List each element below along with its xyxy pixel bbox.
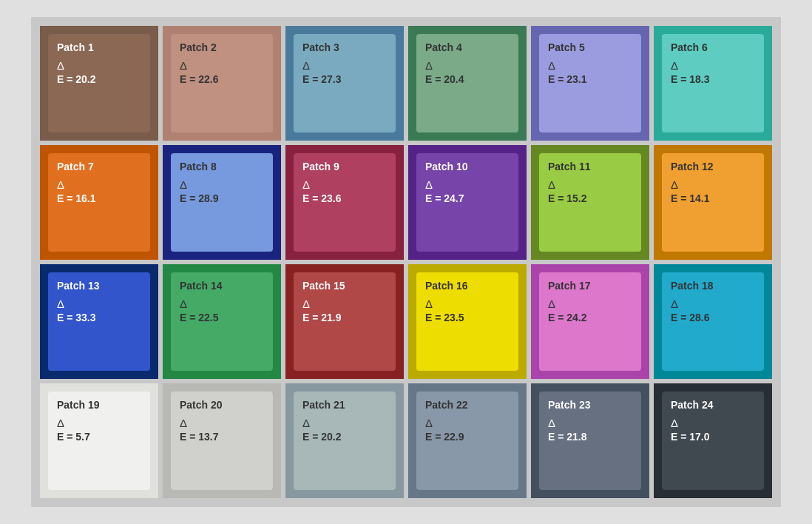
patch-e-value-23: E = 21.8: [548, 431, 632, 443]
patch-title-16: Patch 16: [425, 280, 510, 292]
patch-card-24: Patch 24ΔE = 17.0: [662, 392, 764, 490]
patch-title-9: Patch 9: [302, 161, 387, 172]
patch-title-24: Patch 24: [671, 399, 755, 411]
patch-card-21: Patch 21ΔE = 20.2: [294, 392, 396, 490]
patch-e-value-9: E = 23.6: [302, 192, 387, 204]
patch-card-11: Patch 11ΔE = 15.2: [539, 153, 641, 252]
patch-title-17: Patch 17: [548, 280, 632, 292]
patch-title-7: Patch 7: [57, 161, 141, 172]
cell-outer-21: Patch 21ΔE = 20.2: [285, 383, 404, 498]
cell-outer-17: Patch 17ΔE = 24.2: [531, 264, 649, 379]
cell-outer-16: Patch 16ΔE = 23.5: [408, 264, 527, 379]
patch-delta-18: Δ: [671, 298, 755, 310]
cell-outer-13: Patch 13ΔE = 33.3: [40, 264, 158, 379]
patch-delta-13: Δ: [57, 298, 141, 310]
patch-delta-5: Δ: [548, 59, 632, 72]
patch-e-value-14: E = 22.5: [180, 312, 264, 323]
patch-card-15: Patch 15ΔE = 21.9: [294, 272, 396, 371]
patch-e-value-17: E = 24.2: [548, 312, 632, 323]
patch-e-value-20: E = 13.7: [180, 431, 264, 443]
patch-e-value-22: E = 22.9: [425, 431, 510, 443]
patch-title-10: Patch 10: [425, 161, 510, 172]
patch-e-value-24: E = 17.0: [671, 431, 755, 443]
patch-delta-2: Δ: [180, 59, 264, 72]
patch-e-value-6: E = 18.3: [671, 73, 755, 85]
patch-e-value-21: E = 20.2: [302, 431, 387, 443]
patch-e-value-16: E = 23.5: [425, 312, 510, 323]
cell-outer-2: Patch 2ΔE = 22.6: [163, 26, 281, 141]
patch-title-18: Patch 18: [671, 280, 755, 292]
patch-title-3: Patch 3: [302, 41, 387, 53]
patch-e-value-18: E = 28.6: [671, 312, 755, 323]
cell-outer-12: Patch 12ΔE = 14.1: [654, 145, 772, 260]
patch-title-13: Patch 13: [57, 280, 141, 292]
patch-card-4: Patch 4ΔE = 20.4: [416, 34, 518, 132]
cell-outer-24: Patch 24ΔE = 17.0: [654, 383, 772, 498]
patch-e-value-1: E = 20.2: [57, 73, 141, 85]
cell-outer-15: Patch 15ΔE = 21.9: [285, 264, 404, 379]
patch-title-21: Patch 21: [302, 399, 387, 411]
patch-e-value-15: E = 21.9: [302, 312, 387, 323]
patch-title-19: Patch 19: [57, 399, 141, 411]
cell-outer-23: Patch 23ΔE = 21.8: [531, 383, 649, 498]
patch-title-14: Patch 14: [180, 280, 264, 292]
patch-card-1: Patch 1ΔE = 20.2: [48, 34, 150, 132]
cell-outer-19: Patch 19ΔE = 5.7: [40, 383, 158, 498]
patch-title-22: Patch 22: [425, 399, 510, 411]
cell-outer-1: Patch 1ΔE = 20.2: [40, 26, 158, 141]
patch-e-value-4: E = 20.4: [425, 73, 510, 85]
patch-e-value-2: E = 22.6: [180, 73, 264, 85]
patch-card-14: Patch 14ΔE = 22.5: [171, 272, 273, 371]
patch-title-20: Patch 20: [180, 399, 264, 411]
patch-card-5: Patch 5ΔE = 23.1: [539, 34, 641, 132]
patch-delta-12: Δ: [671, 178, 755, 191]
patch-card-17: Patch 17ΔE = 24.2: [539, 272, 641, 371]
patch-e-value-19: E = 5.7: [57, 431, 141, 443]
patch-title-2: Patch 2: [180, 41, 264, 53]
cell-outer-11: Patch 11ΔE = 15.2: [531, 145, 649, 260]
patch-e-value-3: E = 27.3: [302, 73, 387, 85]
patch-card-6: Patch 6ΔE = 18.3: [662, 34, 764, 132]
patch-card-19: Patch 19ΔE = 5.7: [48, 392, 150, 490]
patch-card-22: Patch 22ΔE = 22.9: [416, 392, 518, 490]
patch-e-value-13: E = 33.3: [57, 312, 141, 323]
patch-delta-15: Δ: [302, 298, 387, 310]
cell-outer-6: Patch 6ΔE = 18.3: [654, 26, 772, 141]
patch-grid: Patch 1ΔE = 20.2Patch 2ΔE = 22.6Patch 3Δ…: [40, 26, 772, 498]
patch-e-value-12: E = 14.1: [671, 192, 755, 204]
cell-outer-4: Patch 4ΔE = 20.4: [408, 26, 527, 141]
cell-outer-5: Patch 5ΔE = 23.1: [531, 26, 649, 141]
outer-container: Patch 1ΔE = 20.2Patch 2ΔE = 22.6Patch 3Δ…: [31, 17, 781, 507]
cell-outer-9: Patch 9ΔE = 23.6: [285, 145, 404, 260]
patch-e-value-5: E = 23.1: [548, 73, 632, 85]
patch-card-16: Patch 16ΔE = 23.5: [416, 272, 518, 371]
patch-delta-4: Δ: [425, 59, 510, 72]
patch-delta-14: Δ: [180, 298, 264, 310]
patch-e-value-8: E = 28.9: [180, 192, 264, 204]
cell-outer-20: Patch 20ΔE = 13.7: [163, 383, 281, 498]
patch-card-10: Patch 10ΔE = 24.7: [416, 153, 518, 252]
patch-card-2: Patch 2ΔE = 22.6: [171, 34, 273, 132]
patch-title-15: Patch 15: [302, 280, 387, 292]
patch-delta-21: Δ: [302, 417, 387, 429]
patch-delta-7: Δ: [57, 178, 141, 191]
patch-card-8: Patch 8ΔE = 28.9: [171, 153, 273, 252]
patch-delta-22: Δ: [425, 417, 510, 429]
patch-title-11: Patch 11: [548, 161, 632, 172]
patch-delta-24: Δ: [671, 417, 755, 429]
patch-card-3: Patch 3ΔE = 27.3: [294, 34, 396, 132]
patch-title-8: Patch 8: [180, 161, 264, 172]
patch-card-13: Patch 13ΔE = 33.3: [48, 272, 150, 371]
patch-card-23: Patch 23ΔE = 21.8: [539, 392, 641, 490]
patch-e-value-7: E = 16.1: [57, 192, 141, 204]
cell-outer-14: Patch 14ΔE = 22.5: [163, 264, 281, 379]
patch-card-12: Patch 12ΔE = 14.1: [662, 153, 764, 252]
patch-title-1: Patch 1: [57, 41, 141, 53]
cell-outer-18: Patch 18ΔE = 28.6: [654, 264, 772, 379]
patch-title-4: Patch 4: [425, 41, 510, 53]
patch-delta-16: Δ: [425, 298, 510, 310]
patch-delta-11: Δ: [548, 178, 632, 191]
patch-delta-8: Δ: [180, 178, 264, 191]
cell-outer-7: Patch 7ΔE = 16.1: [40, 145, 158, 260]
patch-delta-1: Δ: [57, 59, 141, 72]
